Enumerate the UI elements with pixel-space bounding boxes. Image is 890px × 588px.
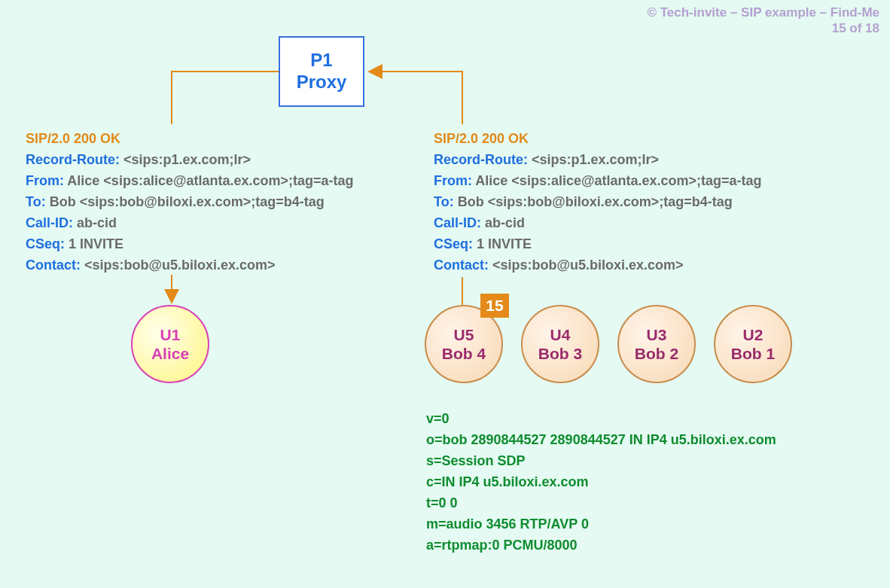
- node-u4: U4 Bob 3: [521, 305, 599, 383]
- u2-line2: Bob 1: [731, 344, 775, 363]
- right-sip-headers: SIP/2.0 200 OK Record-Route: <sips:p1.ex…: [434, 128, 762, 276]
- u4-line2: Bob 3: [538, 344, 582, 363]
- left-to-value: Bob <sips:bob@biloxi.ex.com>;tag=b4-tag: [46, 194, 325, 209]
- sdp-a: a=rtpmap:0 PCMU/8000: [426, 535, 776, 556]
- left-cseq-label: CSeq:: [26, 236, 65, 251]
- left-record-route-value: <sips:p1.ex.com;lr>: [120, 152, 251, 167]
- sdp-t: t=0 0: [426, 492, 776, 513]
- right-cseq-value: 1 INVITE: [473, 236, 532, 251]
- left-to-label: To:: [26, 194, 46, 209]
- right-contact-value: <sips:bob@u5.biloxi.ex.com>: [489, 257, 684, 273]
- right-record-route-value: <sips:p1.ex.com;lr>: [528, 152, 659, 167]
- attribution: © Tech-invite – SIP example – Find-Me 15…: [647, 5, 879, 37]
- proxy-line2: Proxy: [297, 72, 347, 93]
- u5-line1: U5: [454, 325, 474, 344]
- sdp-v: v=0: [426, 408, 776, 429]
- sdp-o: o=bob 2890844527 2890844527 IN IP4 u5.bi…: [426, 429, 776, 450]
- sdp-m: m=audio 3456 RTP/AVP 0: [426, 513, 776, 535]
- left-cseq-value: 1 INVITE: [65, 236, 123, 251]
- right-from-value: Alice <sips:alice@atlanta.ex.com>;tag=a-…: [472, 173, 762, 188]
- right-record-route-label: Record-Route:: [434, 152, 528, 167]
- node-u2: U2 Bob 1: [714, 305, 792, 383]
- attribution-line2: 15 of 18: [647, 20, 879, 36]
- node-alice: U1 Alice: [131, 305, 209, 383]
- left-from-label: From:: [26, 173, 64, 188]
- left-contact-label: Contact:: [26, 257, 81, 273]
- right-status-line: SIP/2.0 200 OK: [434, 128, 762, 149]
- right-contact-label: Contact:: [434, 257, 489, 273]
- proxy-line1: P1: [310, 50, 332, 72]
- u3-line1: U3: [647, 325, 667, 344]
- step-badge: 15: [480, 294, 509, 318]
- right-cseq-label: CSeq:: [434, 236, 473, 251]
- sdp-c: c=IN IP4 u5.biloxi.ex.com: [426, 471, 776, 492]
- sdp-block: v=0 o=bob 2890844527 2890844527 IN IP4 u…: [426, 408, 776, 556]
- right-to-label: To:: [434, 194, 454, 209]
- right-from-label: From:: [434, 173, 472, 188]
- alice-line2: Alice: [151, 344, 189, 363]
- proxy-box: P1 Proxy: [279, 36, 364, 107]
- alice-line1: U1: [160, 325, 181, 344]
- sdp-s: s=Session SDP: [426, 450, 776, 471]
- left-callid-label: Call-ID:: [26, 215, 73, 230]
- right-callid-value: ab-cid: [481, 215, 525, 230]
- left-callid-value: ab-cid: [73, 215, 117, 230]
- u5-line2: Bob 4: [442, 344, 486, 363]
- left-status-line: SIP/2.0 200 OK: [26, 128, 354, 149]
- left-sip-headers: SIP/2.0 200 OK Record-Route: <sips:p1.ex…: [26, 128, 354, 276]
- right-callid-label: Call-ID:: [434, 215, 481, 230]
- left-from-value: Alice <sips:alice@atlanta.ex.com>;tag=a-…: [64, 173, 354, 188]
- attribution-line1: © Tech-invite – SIP example – Find-Me: [647, 5, 879, 20]
- u2-line1: U2: [743, 325, 764, 344]
- u4-line1: U4: [550, 325, 571, 344]
- left-contact-value: <sips:bob@u5.biloxi.ex.com>: [81, 257, 276, 273]
- left-record-route-label: Record-Route:: [26, 152, 120, 167]
- right-to-value: Bob <sips:bob@biloxi.ex.com>;tag=b4-tag: [454, 194, 733, 209]
- u3-line2: Bob 2: [635, 344, 678, 363]
- node-u3: U3 Bob 2: [617, 305, 696, 383]
